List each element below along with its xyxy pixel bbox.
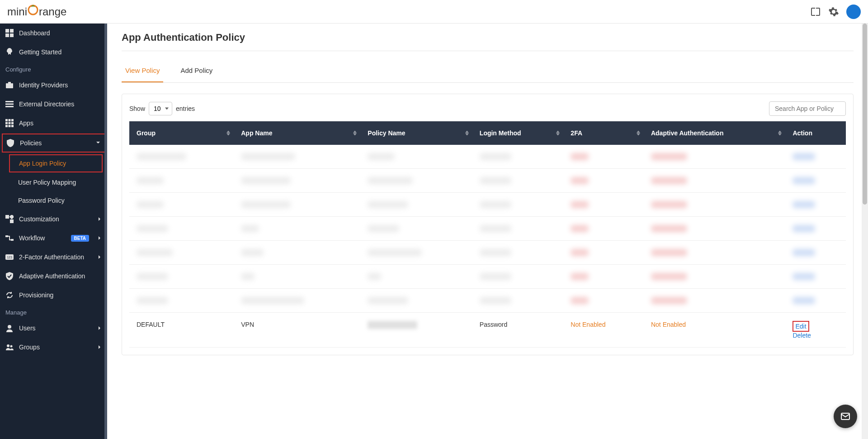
svg-rect-18 — [11, 125, 14, 127]
sidebar-item-adaptive-auth[interactable]: Adaptive Authentication — [0, 267, 107, 286]
sidebar-item-identity-providers[interactable]: Identity Providers — [0, 76, 107, 95]
tab-view-policy[interactable]: View Policy — [122, 61, 163, 82]
scrollbar-thumb[interactable] — [863, 24, 867, 205]
sidebar-item-provisioning[interactable]: Provisioning — [0, 286, 107, 305]
svg-rect-16 — [5, 125, 8, 127]
user-icon — [5, 324, 14, 332]
header: mini range — [0, 0, 868, 24]
cell-policy-name — [360, 313, 472, 348]
nav-label: Provisioning — [19, 291, 102, 299]
chevron-right-icon — [97, 234, 102, 242]
svg-rect-5 — [6, 83, 13, 88]
card-header: Show 10 entries — [129, 101, 846, 121]
cell-app-name: VPN — [234, 313, 360, 348]
svg-rect-11 — [9, 119, 11, 121]
briefcase-icon — [5, 81, 14, 89]
gear-icon[interactable] — [828, 6, 839, 17]
svg-point-26 — [8, 325, 11, 329]
nav-section-manage: Manage — [0, 305, 107, 319]
th-2fa[interactable]: 2FA — [563, 121, 644, 145]
beta-badge: BETA — [71, 235, 89, 242]
sidebar-item-apps[interactable]: Apps — [0, 114, 107, 133]
table-row: DEFAULT VPN Password Not Enabled Not Ena… — [129, 313, 846, 348]
cell-adaptive: Not Enabled — [644, 313, 785, 348]
svg-rect-23 — [11, 239, 14, 241]
workflow-icon — [5, 234, 14, 242]
svg-point-28 — [10, 345, 13, 348]
svg-rect-17 — [9, 125, 11, 127]
edit-link[interactable]: Edit — [793, 321, 809, 332]
nav-label: Policies — [20, 139, 90, 147]
svg-rect-20 — [10, 220, 14, 223]
page-scrollbar[interactable] — [862, 24, 868, 439]
sidebar-item-2fa[interactable]: 123 2-Factor Authentication — [0, 248, 107, 267]
th-group[interactable]: Group — [129, 121, 234, 145]
sync-icon — [5, 291, 14, 299]
sidebar-item-workflow[interactable]: Workflow BETA — [0, 229, 107, 248]
sidebar-item-dashboard[interactable]: Dashboard — [0, 24, 107, 43]
avatar[interactable] — [846, 5, 861, 19]
sidebar-item-user-policy-mapping[interactable]: User Policy Mapping — [0, 173, 107, 191]
svg-rect-2 — [10, 29, 14, 33]
sidebar-item-policies[interactable]: Policies — [2, 134, 105, 153]
logo-orange-icon — [27, 4, 39, 19]
logo-text-mini: mini — [7, 5, 27, 18]
chevron-right-icon — [97, 344, 102, 351]
sidebar-item-app-login-policy[interactable]: App Login Policy — [9, 154, 103, 172]
table-row — [129, 169, 846, 193]
sidebar-item-groups[interactable]: Groups — [0, 338, 107, 357]
search-input[interactable] — [769, 101, 846, 116]
chevron-right-icon — [97, 324, 102, 332]
sidebar: Dashboard Getting Started Configure Iden… — [0, 24, 107, 439]
sidebar-item-external-directories[interactable]: External Directories — [0, 95, 107, 114]
sidebar-scrollbar[interactable] — [104, 24, 107, 439]
sidebar-item-getting-started[interactable]: Getting Started — [0, 43, 107, 62]
nav-label: Identity Providers — [19, 81, 102, 89]
svg-rect-10 — [5, 119, 8, 121]
logo[interactable]: mini range — [7, 4, 66, 19]
book-icon[interactable] — [810, 6, 821, 17]
svg-point-27 — [7, 344, 9, 347]
svg-rect-19 — [5, 215, 9, 219]
nav-label: Dashboard — [19, 29, 102, 37]
svg-rect-4 — [10, 33, 14, 37]
svg-rect-6 — [8, 82, 11, 83]
th-app-name[interactable]: App Name — [234, 121, 360, 145]
table-row — [129, 217, 846, 241]
apps-icon — [5, 119, 14, 127]
card: Show 10 entries Group App Name Policy N — [122, 94, 854, 355]
svg-rect-14 — [9, 122, 11, 124]
th-login-method[interactable]: Login Method — [472, 121, 564, 145]
cell-login-method: Password — [472, 313, 564, 348]
sidebar-item-customization[interactable]: Customization — [0, 210, 107, 229]
sidebar-item-users[interactable]: Users — [0, 319, 107, 338]
nav-label: Password Policy — [18, 197, 102, 204]
table-row — [129, 145, 846, 169]
email-fab[interactable] — [834, 405, 857, 428]
svg-rect-8 — [5, 104, 14, 105]
entries-select[interactable]: 10 — [149, 102, 172, 115]
th-policy-name[interactable]: Policy Name — [360, 121, 472, 145]
header-actions — [810, 5, 861, 19]
svg-rect-13 — [5, 122, 8, 124]
logo-text-range: range — [39, 5, 66, 18]
shield-check-icon — [5, 272, 14, 280]
th-adaptive[interactable]: Adaptive Authentication — [644, 121, 785, 145]
sidebar-item-password-policy[interactable]: Password Policy — [0, 191, 107, 210]
shield-icon — [6, 139, 14, 147]
svg-rect-3 — [5, 33, 9, 37]
nav-label: Customization — [19, 215, 92, 223]
nav-label: External Directories — [19, 100, 102, 108]
chevron-right-icon — [97, 215, 102, 223]
nav-label: Getting Started — [19, 48, 102, 56]
th-action: Action — [785, 121, 846, 145]
chevron-down-icon — [95, 139, 101, 147]
svg-rect-15 — [11, 122, 14, 124]
table-row — [129, 289, 846, 313]
delete-link[interactable]: Delete — [793, 332, 811, 339]
svg-rect-12 — [11, 119, 14, 121]
tab-add-policy[interactable]: Add Policy — [177, 61, 216, 82]
nav-label: App Login Policy — [19, 160, 93, 167]
svg-rect-21 — [9, 215, 14, 220]
svg-text:123: 123 — [7, 256, 12, 259]
